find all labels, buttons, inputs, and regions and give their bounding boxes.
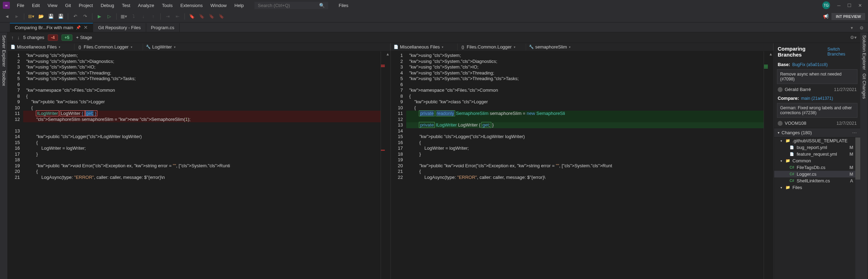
user-avatar[interactable]: TG [822, 1, 830, 9]
close-tab-icon[interactable]: ✕ [84, 25, 88, 30]
bookmark-icon[interactable]: 🔖 [188, 12, 196, 21]
left-editor[interactable]: 123456789101112131415161718192021 "kw">u… [8, 51, 390, 279]
breadcrumb-item[interactable]: 🔧semaphoreSlim▾ [526, 44, 773, 50]
tabs-dropdown-icon[interactable]: ▼ [848, 24, 856, 32]
changes-count: 5 changes [23, 35, 44, 40]
search-icon[interactable]: 🔍 [319, 3, 325, 8]
dropdown-icon[interactable]: ▾ [569, 45, 571, 49]
prev-change-icon[interactable]: ↑ [11, 35, 14, 40]
tabs-settings-icon[interactable]: ⚙ [857, 24, 866, 32]
breadcrumb-item[interactable]: {}Files.Common.Logger▾ [458, 44, 526, 50]
files-menu[interactable]: Files [335, 1, 352, 9]
indent-icon[interactable]: ⇥ [163, 12, 172, 21]
menu-project[interactable]: Project [75, 1, 96, 9]
deletions-badge: -4 [48, 34, 58, 41]
sidetab-toolbox[interactable]: Toolbox [1, 70, 7, 86]
maximize-button[interactable]: ☐ [844, 0, 855, 11]
menu-tools[interactable]: Tools [158, 1, 176, 9]
bookmark-clear-icon[interactable]: 🔖 [217, 12, 226, 21]
tree-file[interactable]: 📄feature_request.ymlM [774, 151, 860, 157]
file-icon: C# [790, 179, 795, 183]
nav-back-icon[interactable]: ◄ [3, 12, 11, 21]
pin-icon[interactable]: 📌 [76, 25, 81, 30]
feedback-icon[interactable]: 📢 [822, 12, 830, 21]
save-all-icon[interactable]: 💾 [57, 12, 65, 21]
sidetab-server-explorer[interactable]: Server Explorer [1, 35, 7, 67]
diff-settings-icon[interactable]: ⚙▾ [850, 35, 857, 40]
file-icon: C# [790, 172, 795, 176]
more-icon[interactable]: ⋯ [852, 130, 857, 135]
expand-icon: ▾ [780, 159, 784, 163]
left-scrollbar[interactable]: ▴ [385, 51, 390, 279]
property-icon: 🔧 [146, 45, 151, 50]
step-into-icon[interactable]: ↓ [139, 12, 148, 21]
step-over-icon[interactable]: ⤵ [129, 12, 138, 21]
breadcrumb-item[interactable]: 📄Miscellaneous Files▾ [391, 44, 458, 50]
save-icon[interactable]: 💾 [47, 12, 55, 21]
next-change-icon[interactable]: ↓ [17, 35, 20, 40]
right-minimap[interactable] [764, 51, 768, 279]
base-branch-link[interactable]: BugFix (a5a01cc8) [792, 62, 828, 67]
menu-window[interactable]: Window [207, 1, 230, 9]
new-item-icon[interactable]: ⊞▾ [27, 12, 35, 21]
breadcrumb-item[interactable]: {}Files.Common.Logger▾ [75, 44, 143, 50]
dropdown-icon[interactable]: ▾ [59, 45, 60, 49]
undo-icon[interactable]: ↶ [71, 12, 79, 21]
document-tab[interactable]: Program.cs [146, 23, 180, 32]
sidetab-git-changes[interactable]: Git Changes [861, 73, 867, 99]
user-icon [778, 121, 783, 126]
start-no-debug-icon[interactable]: ▷ [105, 12, 114, 21]
tree-scrollbar[interactable] [855, 137, 860, 279]
changes-header[interactable]: ▾Changes (180)⋯ [774, 128, 860, 137]
dropdown-icon[interactable]: ▾ [174, 45, 176, 49]
tree-folder[interactable]: ▾📁.github\ISSUE_TEMPLATE [774, 137, 860, 144]
breadcrumb-item[interactable]: 📄Miscellaneous Files▾ [8, 44, 75, 50]
menu-debug[interactable]: Debug [97, 1, 117, 9]
right-editor[interactable]: 12345678910111213141516171819202122 "kw"… [391, 51, 773, 279]
nav-fwd-icon[interactable]: ► [13, 12, 21, 21]
tree-file[interactable]: C#ShellLinkItem.csA [774, 177, 860, 184]
stage-button[interactable]: +Stage [76, 35, 92, 40]
breadcrumb-item[interactable]: 🔧LogWriter▾ [143, 44, 390, 50]
dropdown-icon[interactable]: ▾ [442, 45, 443, 49]
tree-file[interactable]: C#FileTagsDb.csM [774, 164, 860, 171]
dropdown-icon[interactable]: ▾ [131, 45, 132, 49]
bookmark-next-icon[interactable]: 🔖 [207, 12, 216, 21]
left-sidebar-tabs[interactable]: Server ExplorerToolbox [0, 32, 8, 279]
tree-file[interactable]: C#Logger.csM [774, 171, 860, 177]
left-minimap[interactable] [381, 51, 385, 279]
switch-branches-link[interactable]: Switch Branches [828, 47, 857, 57]
menu-test[interactable]: Test [118, 1, 134, 9]
close-button[interactable]: ✕ [855, 0, 865, 11]
minimize-button[interactable]: ─ [834, 0, 844, 11]
menu-help[interactable]: Help [231, 1, 247, 9]
namespace-icon: {} [460, 45, 465, 50]
bookmark-prev-icon[interactable]: 🔖 [197, 12, 206, 21]
tree-file[interactable]: 📄bug_report.ymlM [774, 144, 860, 151]
redo-icon[interactable]: ↷ [81, 12, 89, 21]
tree-folder[interactable]: ▾📁Files [774, 184, 860, 191]
menu-file[interactable]: File [13, 1, 28, 9]
step-out-icon[interactable]: ↑ [149, 12, 157, 21]
menu-view[interactable]: View [44, 1, 61, 9]
dropdown-icon[interactable]: ▾ [514, 45, 516, 49]
sidetab-solution-explorer[interactable]: Solution Explorer [861, 35, 867, 70]
right-sidebar-tabs[interactable]: Solution ExplorerGit Changes [860, 32, 868, 279]
document-tab[interactable]: Git Repository - Files [93, 23, 146, 32]
menu-edit[interactable]: Edit [28, 1, 43, 9]
menu-git[interactable]: Git [61, 1, 75, 9]
right-scrollbar[interactable]: ▴ [768, 51, 773, 279]
menu-extensions[interactable]: Extensions [177, 1, 206, 9]
layout-icon[interactable]: ▦▾ [119, 12, 128, 21]
search-box[interactable]: 🔍 [254, 2, 328, 9]
start-icon[interactable]: ▶ [95, 12, 104, 21]
document-tab[interactable]: Comparing Br...Fix with main📌✕ [10, 23, 93, 32]
compare-branch-link[interactable]: main (21a41371) [801, 96, 833, 101]
open-icon[interactable]: 📂 [37, 12, 45, 21]
tree-folder[interactable]: ▾📁Common [774, 157, 860, 164]
preview-badge[interactable]: INT PREVIEW [831, 13, 865, 20]
outdent-icon[interactable]: ⇤ [173, 12, 182, 21]
search-input[interactable] [258, 3, 318, 8]
menu-analyze[interactable]: Analyze [135, 1, 158, 9]
right-breadcrumbs: 📄Miscellaneous Files▾{}Files.Common.Logg… [391, 43, 773, 51]
